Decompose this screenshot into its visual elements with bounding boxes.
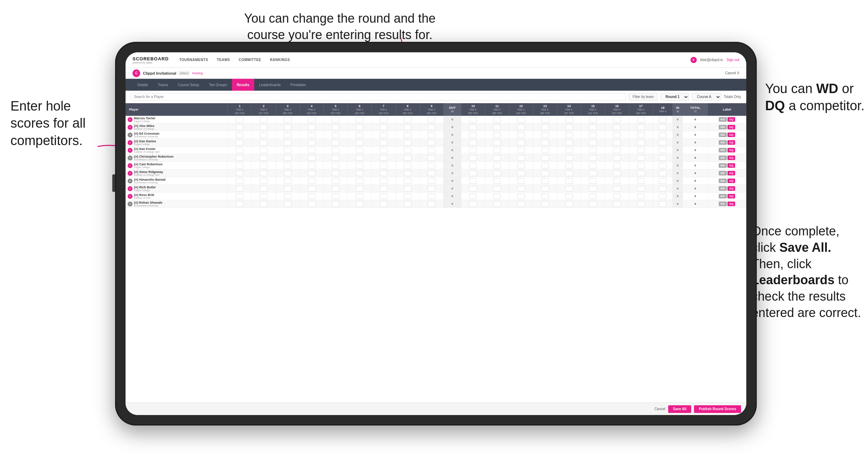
score-input-h15[interactable] — [589, 125, 597, 130]
wd-button[interactable]: WD — [719, 202, 727, 206]
hole-14-input[interactable] — [557, 170, 581, 177]
score-input-h11[interactable] — [493, 201, 501, 207]
score-input-h4[interactable] — [308, 132, 316, 138]
score-input-h1[interactable] — [236, 125, 243, 130]
wd-button[interactable]: WD — [719, 171, 727, 175]
score-input-h7[interactable] — [380, 178, 387, 184]
score-input-h17[interactable] — [637, 132, 645, 138]
score-input-h16[interactable] — [613, 155, 621, 161]
score-input-h12[interactable] — [517, 117, 525, 122]
score-input-h9[interactable] — [428, 186, 435, 191]
hole-4-input[interactable] — [300, 116, 324, 123]
score-input-h2[interactable] — [260, 178, 267, 184]
score-input-h15[interactable] — [589, 171, 597, 176]
hole-4-input[interactable] — [300, 170, 324, 177]
score-input-h6[interactable] — [356, 163, 363, 168]
hole-18-input[interactable] — [653, 131, 672, 139]
score-input-h10[interactable] — [469, 171, 477, 176]
hole-3-input[interactable] — [276, 193, 300, 200]
hole-8-input[interactable] — [395, 123, 420, 131]
score-input-h13[interactable] — [541, 140, 549, 145]
hole-13-input[interactable] — [533, 146, 557, 154]
dq-button[interactable]: DQ — [727, 125, 735, 129]
hole-4-input[interactable] — [300, 123, 324, 131]
hole-8-input[interactable] — [395, 177, 420, 185]
wd-button[interactable]: WD — [719, 125, 727, 129]
score-input-h8[interactable] — [404, 171, 412, 176]
score-input-h1[interactable] — [236, 178, 243, 184]
hole-4-input[interactable] — [300, 177, 324, 185]
hole-13-input[interactable] — [533, 154, 557, 162]
score-input-h17[interactable] — [637, 186, 645, 191]
hole-18-input[interactable] — [653, 116, 672, 123]
tab-leaderboards[interactable]: Leaderboards — [254, 79, 286, 91]
hole-3-input[interactable] — [276, 131, 300, 139]
score-input-h8[interactable] — [404, 201, 412, 207]
hole-11-input[interactable] — [485, 162, 509, 170]
hole-5-input[interactable] — [324, 131, 348, 139]
score-input-h11[interactable] — [493, 178, 501, 184]
hole-4-input[interactable] — [300, 146, 324, 154]
score-input-h15[interactable] — [589, 194, 597, 199]
hole-12-input[interactable] — [509, 185, 533, 193]
hole-14-input[interactable] — [557, 116, 581, 123]
score-input-h6[interactable] — [356, 117, 363, 122]
score-input-h16[interactable] — [613, 117, 621, 122]
score-input-h8[interactable] — [404, 117, 412, 122]
score-input-h7[interactable] — [380, 186, 387, 191]
score-input-h1[interactable] — [236, 186, 243, 191]
hole-10-input[interactable] — [461, 162, 485, 170]
score-input-h18[interactable] — [659, 132, 666, 138]
hole-8-input[interactable] — [395, 146, 420, 154]
score-input-h18[interactable] — [659, 163, 666, 168]
hole-14-input[interactable] — [557, 154, 581, 162]
score-input-h3[interactable] — [284, 140, 292, 145]
hole-16-input[interactable] — [605, 146, 629, 154]
score-input-h2[interactable] — [260, 186, 267, 191]
score-input-h9[interactable] — [428, 155, 435, 161]
score-input-h9[interactable] — [428, 201, 435, 207]
score-input-h18[interactable] — [659, 140, 666, 145]
score-input-h15[interactable] — [589, 148, 597, 153]
score-input-h1[interactable] — [236, 148, 243, 153]
hole-2-input[interactable] — [252, 170, 276, 177]
hole-11-input[interactable] — [485, 131, 509, 139]
score-input-h16[interactable] — [613, 201, 621, 207]
hole-12-input[interactable] — [509, 200, 533, 208]
score-input-h4[interactable] — [308, 194, 316, 199]
score-input-h17[interactable] — [637, 194, 645, 199]
hole-16-input[interactable] — [605, 177, 629, 185]
sign-out-link[interactable]: Sign out — [726, 58, 739, 62]
hole-1-input[interactable] — [228, 177, 252, 185]
score-input-h10[interactable] — [469, 155, 477, 161]
hole-2-input[interactable] — [252, 185, 276, 193]
score-input-h2[interactable] — [260, 132, 267, 138]
score-input-h13[interactable] — [541, 186, 549, 191]
hole-2-input[interactable] — [252, 162, 276, 170]
score-input-h2[interactable] — [260, 155, 267, 161]
score-input-h18[interactable] — [659, 171, 666, 176]
score-input-h7[interactable] — [380, 194, 387, 199]
score-input-h18[interactable] — [659, 194, 666, 199]
score-input-h5[interactable] — [332, 155, 339, 161]
hole-16-input[interactable] — [605, 170, 629, 177]
score-input-h9[interactable] — [428, 148, 435, 153]
score-input-h2[interactable] — [260, 201, 267, 207]
score-input-h13[interactable] — [541, 125, 549, 130]
hole-1-input[interactable] — [228, 116, 252, 123]
score-input-h13[interactable] — [541, 194, 549, 199]
score-input-h9[interactable] — [428, 163, 435, 168]
score-input-h3[interactable] — [284, 201, 292, 207]
score-input-h12[interactable] — [517, 194, 525, 199]
score-input-h9[interactable] — [428, 132, 435, 138]
hole-2-input[interactable] — [252, 123, 276, 131]
score-input-h3[interactable] — [284, 125, 292, 130]
dq-button[interactable]: DQ — [727, 140, 735, 145]
hole-14-input[interactable] — [557, 200, 581, 208]
hole-10-input[interactable] — [461, 177, 485, 185]
score-input-h9[interactable] — [428, 125, 435, 130]
score-input-h5[interactable] — [332, 194, 339, 199]
hole-14-input[interactable] — [557, 123, 581, 131]
hole-7-input[interactable] — [371, 146, 395, 154]
hole-3-input[interactable] — [276, 162, 300, 170]
